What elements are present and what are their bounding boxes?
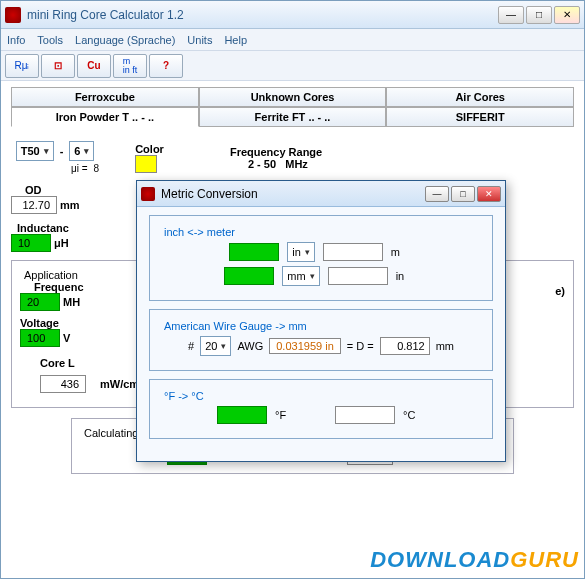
- awg-legend: American Wire Gauge -> mm: [160, 320, 311, 332]
- celsius-output: [335, 406, 395, 424]
- coreline-label: Core L: [40, 357, 75, 369]
- app-freq-label: Frequenc: [34, 281, 84, 293]
- inductance-unit: μH: [54, 237, 69, 249]
- od-unit: mm: [60, 199, 80, 211]
- mu-value: 8: [94, 163, 100, 174]
- celsius-unit: °C: [403, 409, 425, 421]
- dialog-icon: [141, 187, 155, 201]
- mm-input[interactable]: [224, 267, 274, 285]
- app-freq-unit: MH: [63, 296, 80, 308]
- application-legend: Application: [20, 269, 82, 281]
- dialog-body: inch <-> meter in m mm in American Wire …: [137, 207, 505, 461]
- app-volt-label: Voltage: [20, 317, 84, 329]
- menu-language[interactable]: Language (Sprache): [75, 34, 175, 46]
- menu-tools[interactable]: Tools: [37, 34, 63, 46]
- inch-output: [328, 267, 388, 285]
- meter-output: [323, 243, 383, 261]
- od-value: 12.70: [11, 196, 57, 214]
- freq-range-label: Frequency Range: [230, 146, 322, 158]
- menu-info[interactable]: Info: [7, 34, 25, 46]
- fahrenheit-input[interactable]: [217, 406, 267, 424]
- menu-units[interactable]: Units: [187, 34, 212, 46]
- awg-eq-label: = D =: [347, 340, 374, 352]
- temp-fieldset: °F -> °C °F °C: [149, 379, 493, 439]
- color-label: Color: [135, 143, 164, 155]
- toolbar: Rμᵢ ⊡ Cu m in ft ?: [1, 51, 584, 81]
- core-material-select[interactable]: 6: [69, 141, 94, 161]
- inductance-label: Inductanc: [17, 222, 69, 234]
- tool-help-icon[interactable]: ?: [149, 54, 183, 78]
- close-button[interactable]: ✕: [554, 6, 580, 24]
- awg-mm-output: 0.812: [380, 337, 430, 355]
- app-volt-input[interactable]: 100: [20, 329, 60, 347]
- inch-input[interactable]: [229, 243, 279, 261]
- awg-hash: #: [188, 340, 194, 352]
- freq-range-value: 2 - 50: [248, 158, 276, 170]
- inductance-input[interactable]: 10: [11, 234, 51, 252]
- metric-conversion-dialog: Metric Conversion — □ ✕ inch <-> meter i…: [136, 180, 506, 462]
- awg-mm-unit: mm: [436, 340, 454, 352]
- inch-meter-legend: inch <-> meter: [160, 226, 239, 238]
- color-swatch: [135, 155, 157, 173]
- tab-sifferit[interactable]: SIFFERIT: [386, 107, 574, 127]
- app-volt-unit: V: [63, 332, 70, 344]
- dash-label: -: [60, 145, 64, 157]
- app-freq-input[interactable]: 20: [20, 293, 60, 311]
- tab-ferrite[interactable]: Ferrite FT .. - ..: [199, 107, 387, 127]
- fahrenheit-unit: °F: [275, 409, 297, 421]
- awg-inches-output: 0.031959 in: [269, 338, 341, 354]
- watermark: DOWNLOADGURU: [370, 547, 579, 573]
- tabs-top: Ferroxcube Unknown Cores Air Cores: [11, 87, 574, 107]
- tool-chip-icon[interactable]: ⊡: [41, 54, 75, 78]
- core-type-select[interactable]: T50: [16, 141, 54, 161]
- awg-select[interactable]: 20: [200, 336, 231, 356]
- titlebar: mini Ring Core Calculator 1.2 — □ ✕: [1, 1, 584, 29]
- tabs-sub: Iron Powder T .. - .. Ferrite FT .. - ..…: [11, 107, 574, 127]
- menu-help[interactable]: Help: [224, 34, 247, 46]
- freq-range-unit: MHz: [285, 158, 308, 170]
- minimize-button[interactable]: —: [498, 6, 524, 24]
- app-icon: [5, 7, 21, 23]
- window-title: mini Ring Core Calculator 1.2: [27, 8, 496, 22]
- dialog-title: Metric Conversion: [161, 187, 423, 201]
- meter-unit: m: [391, 246, 413, 258]
- dialog-titlebar: Metric Conversion — □ ✕: [137, 181, 505, 207]
- app-right-fragment: e): [555, 285, 565, 297]
- temp-legend: °F -> °C: [160, 390, 208, 402]
- watermark-t1: DOWNLOAD: [370, 547, 510, 572]
- inch-unit-select[interactable]: in: [287, 242, 315, 262]
- tab-ferroxcube[interactable]: Ferroxcube: [11, 87, 199, 107]
- od-label: OD: [25, 184, 80, 196]
- dialog-close-button[interactable]: ✕: [477, 186, 501, 202]
- inch-meter-fieldset: inch <-> meter in m mm in: [149, 215, 493, 301]
- mm-unit-select[interactable]: mm: [282, 266, 319, 286]
- main-window: mini Ring Core Calculator 1.2 — □ ✕ Info…: [0, 0, 585, 579]
- tool-cu-icon[interactable]: Cu: [77, 54, 111, 78]
- coreline-v1: 436: [40, 375, 86, 393]
- tool-units-icon[interactable]: m in ft: [113, 54, 147, 78]
- tab-unknown-cores[interactable]: Unknown Cores: [199, 87, 387, 107]
- watermark-t2: GURU: [510, 547, 579, 572]
- tool-calculator-icon[interactable]: Rμᵢ: [5, 54, 39, 78]
- awg-fieldset: American Wire Gauge -> mm # 20 AWG 0.031…: [149, 309, 493, 371]
- tab-air-cores[interactable]: Air Cores: [386, 87, 574, 107]
- dialog-maximize-button[interactable]: □: [451, 186, 475, 202]
- mu-label: μi =: [71, 163, 88, 174]
- maximize-button[interactable]: □: [526, 6, 552, 24]
- awg-label: AWG: [237, 340, 263, 352]
- tab-iron-powder[interactable]: Iron Powder T .. - ..: [11, 107, 199, 127]
- inch-unit: in: [396, 270, 418, 282]
- menubar: Info Tools Language (Sprache) Units Help: [1, 29, 584, 51]
- dialog-minimize-button[interactable]: —: [425, 186, 449, 202]
